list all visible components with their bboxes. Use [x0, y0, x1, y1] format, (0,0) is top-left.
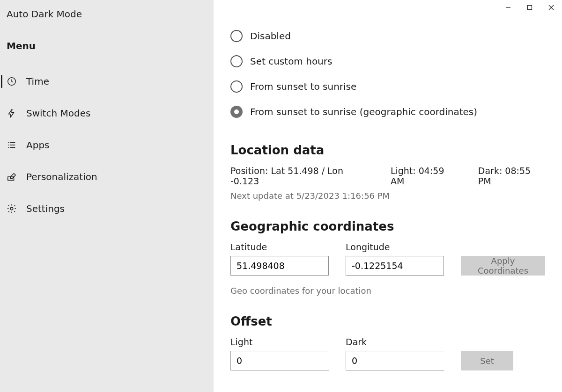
latitude-input[interactable] [230, 256, 329, 276]
svg-rect-3 [528, 6, 532, 10]
offset-light-spinner [230, 351, 329, 370]
coords-heading: Geographic coordinates [230, 219, 545, 233]
apply-coordinates-button[interactable]: Apply Coordinates [461, 256, 545, 276]
offset-set-button[interactable]: Set [461, 351, 513, 370]
sidebar-item-time[interactable]: Time [0, 65, 214, 97]
radio-label: From sunset to sunrise (geographic coord… [250, 106, 477, 117]
longitude-label: Longitude [346, 242, 444, 252]
offset-light-label: Light [230, 337, 329, 347]
clock-icon [7, 76, 17, 87]
sidebar: Auto Dark Mode Menu Time Switch Modes Ap… [0, 0, 214, 392]
radio-icon[interactable] [230, 30, 243, 42]
radio-icon[interactable] [230, 106, 243, 118]
radio-label: Set custom hours [250, 56, 332, 67]
mode-option-sunset-geo[interactable]: From sunset to sunrise (geographic coord… [230, 99, 545, 124]
location-light: Light: 04:59 AM [391, 166, 459, 186]
sidebar-item-apps[interactable]: Apps [0, 129, 214, 161]
app-title: Auto Dark Mode [0, 4, 214, 31]
location-next-update: Next update at 5/23/2023 1:16:56 PM [230, 191, 545, 201]
bolt-icon [7, 108, 17, 118]
sidebar-item-label: Switch Modes [26, 108, 90, 119]
menu-heading: Menu [0, 31, 214, 65]
location-line: Position: Lat 51.498 / Lon -0.123 Light:… [230, 166, 545, 186]
svg-point-2 [10, 207, 13, 210]
list-icon [7, 140, 17, 150]
offset-light-input[interactable] [231, 351, 356, 370]
longitude-input[interactable] [346, 256, 444, 276]
location-dark: Dark: 08:55 PM [478, 166, 545, 186]
close-button[interactable] [540, 0, 562, 15]
radio-icon[interactable] [230, 80, 243, 93]
sidebar-item-label: Apps [26, 139, 50, 151]
paint-icon [7, 172, 17, 182]
window-controls [497, 0, 562, 15]
radio-label: Disabled [250, 30, 291, 42]
sidebar-item-label: Personalization [26, 171, 97, 182]
gear-icon [7, 203, 17, 214]
mode-option-sunset[interactable]: From sunset to sunrise [230, 74, 545, 99]
offset-dark-input[interactable] [346, 351, 471, 370]
offset-dark-label: Dark [346, 337, 444, 347]
sidebar-item-switch-modes[interactable]: Switch Modes [0, 97, 214, 129]
offset-dark-spinner [346, 351, 444, 370]
sidebar-item-label: Time [26, 76, 49, 87]
latitude-label: Latitude [230, 242, 329, 252]
location-position: Position: Lat 51.498 / Lon -0.123 [230, 166, 372, 186]
sidebar-item-settings[interactable]: Settings [0, 193, 214, 225]
main-content: Disabled Set custom hours From sunset to… [214, 0, 562, 392]
minimize-button[interactable] [497, 0, 519, 15]
location-heading: Location data [230, 143, 545, 157]
maximize-button[interactable] [519, 0, 540, 15]
sidebar-item-label: Settings [26, 203, 65, 214]
radio-label: From sunset to sunrise [250, 81, 356, 92]
coords-help: Geo coordinates for your location [230, 286, 545, 296]
offset-heading: Offset [230, 314, 545, 328]
radio-icon[interactable] [230, 55, 243, 67]
mode-option-custom[interactable]: Set custom hours [230, 49, 545, 74]
sidebar-item-personalization[interactable]: Personalization [0, 161, 214, 193]
mode-option-disabled[interactable]: Disabled [230, 23, 545, 49]
mode-radio-group: Disabled Set custom hours From sunset to… [230, 23, 545, 124]
